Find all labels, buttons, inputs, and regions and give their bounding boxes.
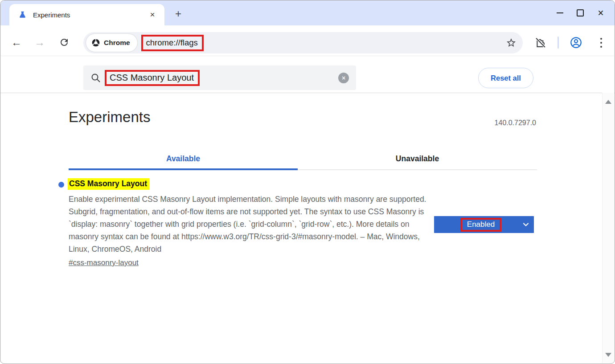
extensions-disabled-icon [534, 36, 547, 49]
tab-title: Experiments [33, 11, 70, 19]
flag-value-select[interactable]: Enabled [434, 216, 534, 233]
clear-search-button[interactable]: × [338, 73, 349, 83]
browser-window: Experiments × + × ← → [0, 0, 615, 364]
minimize-button[interactable] [549, 4, 570, 22]
flags-tabs: Available Unavailable [69, 147, 537, 170]
reload-icon [59, 37, 70, 48]
url-annotation-box: chrome://flags [141, 35, 204, 51]
extensions-disabled-button[interactable] [534, 36, 547, 49]
bookmark-star-button[interactable] [506, 37, 517, 48]
version-label: 140.0.7297.0 [495, 119, 536, 127]
chrome-page-chip[interactable]: Chrome [86, 34, 137, 52]
flag-searched-dot [58, 182, 64, 188]
flag-permalink[interactable]: #css-masonry-layout [69, 258, 139, 267]
window-controls: × [549, 0, 611, 25]
tabs-underline-active [69, 168, 298, 170]
flag-selected-value: Enabled [467, 220, 495, 229]
flag-entry: CSS Masonry Layout Enable experimental C… [68, 178, 427, 267]
star-icon [506, 37, 517, 48]
tab-strip: Experiments × + × [0, 0, 615, 25]
scroll-up-arrow-icon[interactable] [605, 100, 611, 104]
chevron-down-icon [521, 220, 530, 229]
url-text[interactable]: chrome://flags [146, 38, 198, 47]
search-value[interactable]: CSS Masonry Layout [110, 73, 194, 82]
chrome-logo-icon [91, 38, 100, 47]
search-icon [90, 73, 101, 83]
reload-button[interactable] [58, 36, 70, 49]
forward-button[interactable]: → [33, 36, 46, 49]
address-bar[interactable]: Chrome chrome://flags [83, 32, 523, 53]
flask-favicon-icon [18, 11, 27, 19]
search-input[interactable]: CSS Masonry Layout × [83, 65, 356, 90]
reset-all-button[interactable]: Reset all [478, 68, 533, 88]
browser-tab-experiments[interactable]: Experiments × [9, 4, 164, 25]
select-annotation-box: Enabled [460, 218, 501, 232]
close-icon: × [598, 8, 603, 18]
search-annotation-box: CSS Masonry Layout [105, 70, 200, 86]
toolbar-divider [558, 37, 559, 49]
scrollbar[interactable] [602, 93, 614, 363]
browser-menu-button[interactable] [598, 37, 604, 49]
chrome-chip-label: Chrome [104, 39, 130, 47]
maximize-icon [577, 9, 584, 16]
tab-unavailable[interactable]: Unavailable [298, 147, 537, 170]
kebab-menu-icon [598, 37, 604, 49]
profile-button[interactable] [570, 37, 582, 49]
maximize-button[interactable] [570, 4, 590, 22]
scroll-down-arrow-icon[interactable] [605, 353, 611, 357]
new-tab-button[interactable]: + [172, 7, 185, 20]
tab-close-icon[interactable]: × [147, 9, 158, 20]
page-title: Experiments [69, 109, 150, 126]
back-button[interactable]: ← [10, 36, 23, 49]
close-window-button[interactable]: × [590, 4, 611, 22]
profile-icon [570, 37, 582, 49]
tab-available[interactable]: Available [69, 147, 298, 170]
minimize-icon [557, 12, 563, 13]
flag-name-highlighted: CSS Masonry Layout [68, 178, 149, 190]
flag-description: Enable experimental CSS Masonry Layout i… [69, 193, 427, 255]
